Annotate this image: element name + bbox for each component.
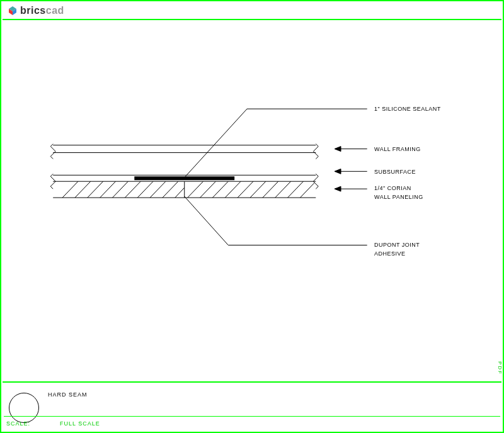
app-header: bricscad [3,3,501,20]
svg-line-14 [163,181,178,198]
label-adhesive-line1: DUPONT JOINT [374,242,420,248]
drawing-title: HARD SEAM [48,391,88,398]
svg-line-8 [88,181,103,198]
label-wall-framing: WALL FRAMING [374,146,421,152]
svg-line-24 [288,181,304,198]
svg-line-13 [150,181,166,198]
svg-line-20 [238,181,253,198]
brand-part2: cad [46,5,64,16]
label-corian: 1/4" CORIAN WALL PANELING [374,185,423,200]
svg-line-9 [100,181,116,198]
svg-line-25 [300,183,314,198]
svg-line-6 [62,181,78,198]
svg-line-10 [113,181,129,198]
scale-value: FULL SCALE [60,420,100,427]
label-adhesive: DUPONT JOINT ADHESIVE [374,242,420,257]
svg-rect-3 [134,176,234,180]
svg-line-19 [225,181,241,198]
drawing-canvas: 1" SILICONE SEALANT WALL FRAMING SUBSURF… [3,20,501,381]
svg-line-27 [183,109,247,179]
label-corian-line2: WALL PANELING [374,194,423,200]
app-logo: bricscad [8,5,64,16]
label-subsurface: SUBSURFACE [374,169,416,175]
scale-row: SCALE: FULL SCALE [6,420,100,427]
detail-bubble-icon [9,393,39,423]
app-frame: bricscad [0,0,504,433]
scale-label: SCALE: [6,420,30,427]
label-adhesive-line2: ADHESIVE [374,250,420,257]
side-watermark: PDF [497,361,503,375]
cad-drawing [3,20,501,381]
brand-text: bricscad [20,5,64,16]
title-block: HARD SEAM SCALE: FULL SCALE [3,381,501,430]
svg-line-11 [125,181,140,198]
label-silicone-sealant: 1" SILICONE SEALANT [374,106,441,112]
label-corian-line1: 1/4" CORIAN [374,185,411,191]
svg-line-16 [188,181,203,198]
svg-line-32 [185,196,229,245]
bricscad-logo-icon [8,6,18,16]
brand-part1: brics [20,5,46,16]
titleblock-divider [4,416,500,417]
svg-line-18 [212,181,228,198]
svg-line-12 [137,181,153,198]
svg-line-17 [200,181,216,198]
svg-line-7 [75,181,91,198]
svg-line-15 [175,188,185,198]
svg-line-23 [275,181,291,198]
svg-line-21 [250,181,266,198]
svg-line-22 [263,181,278,198]
